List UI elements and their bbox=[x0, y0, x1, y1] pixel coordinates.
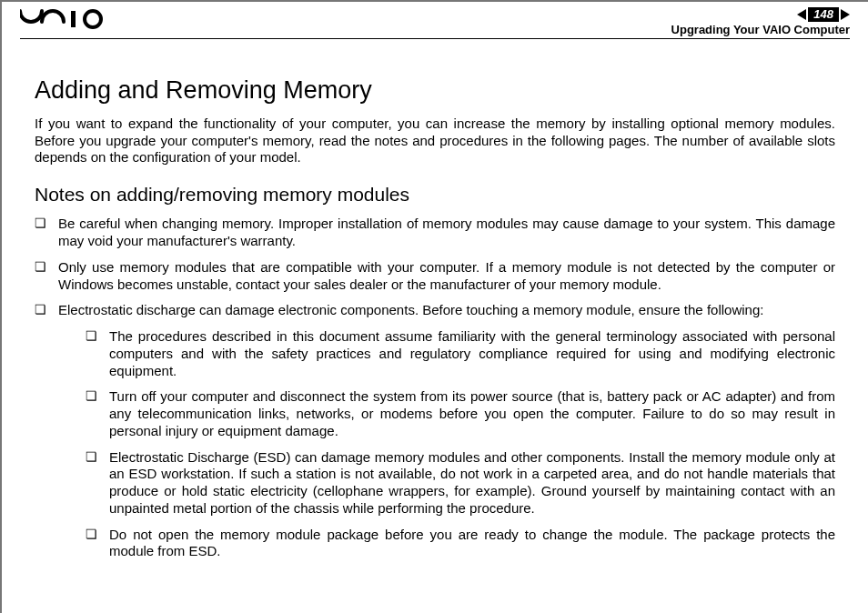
svg-point-1 bbox=[85, 11, 101, 27]
notes-subheading: Notes on adding/removing memory modules bbox=[35, 183, 835, 206]
section-title: Upgrading Your VAIO Computer bbox=[671, 24, 850, 36]
page-header: 148 Upgrading Your VAIO Computer bbox=[2, 2, 868, 38]
list-item-text: Turn off your computer and disconnect th… bbox=[109, 388, 835, 438]
list-item-text: Do not open the memory module package be… bbox=[109, 527, 835, 559]
prev-page-arrow-icon[interactable] bbox=[797, 9, 806, 20]
list-item-text: Electrostatic discharge can damage elect… bbox=[58, 302, 763, 317]
list-item: Electrostatic Discharge (ESD) can damage… bbox=[86, 449, 835, 518]
notes-sublist: The procedures described in this documen… bbox=[58, 328, 835, 560]
list-item: Only use memory modules that are compati… bbox=[35, 259, 835, 294]
notes-list: Be careful when changing memory. Imprope… bbox=[35, 216, 835, 560]
page-body: Adding and Removing Memory If you want t… bbox=[2, 39, 868, 560]
next-page-arrow-icon[interactable] bbox=[841, 9, 850, 20]
svg-rect-0 bbox=[71, 11, 76, 27]
page-number: 148 bbox=[808, 7, 839, 22]
intro-paragraph: If you want to expand the functionality … bbox=[35, 116, 835, 166]
vaio-logo bbox=[20, 9, 107, 29]
page-heading: Adding and Removing Memory bbox=[35, 75, 835, 106]
list-item: Electrostatic discharge can damage elect… bbox=[35, 302, 835, 560]
list-item: Be careful when changing memory. Imprope… bbox=[35, 216, 835, 250]
list-item-text: Electrostatic Discharge (ESD) can damage… bbox=[109, 449, 835, 516]
list-item-text: Be careful when changing memory. Imprope… bbox=[58, 216, 835, 248]
list-item-text: The procedures described in this documen… bbox=[109, 328, 835, 378]
list-item: Turn off your computer and disconnect th… bbox=[86, 388, 835, 439]
list-item: Do not open the memory module package be… bbox=[86, 527, 835, 561]
list-item: The procedures described in this documen… bbox=[86, 328, 835, 379]
list-item-text: Only use memory modules that are compati… bbox=[58, 259, 835, 292]
